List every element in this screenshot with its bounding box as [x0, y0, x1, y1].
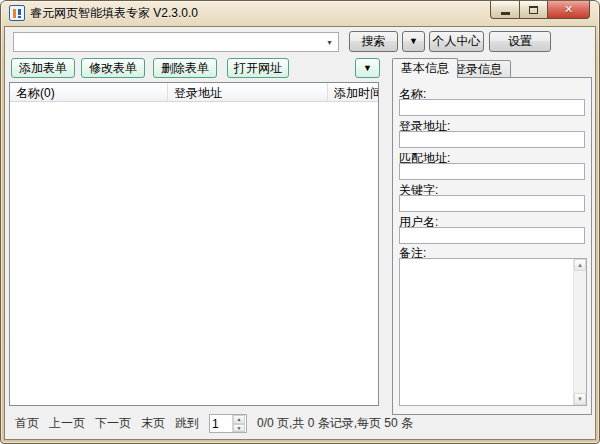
- column-header-add-time[interactable]: 添加时间: [328, 83, 378, 101]
- remarks-textarea[interactable]: ▲ ▼: [399, 258, 587, 406]
- pager-bar: 首页 上一页 下一页 末页 跳到 ▲ ▼ 0/0 页,共 0 条记录,每页 50…: [15, 414, 413, 433]
- spinner-down-icon[interactable]: ▼: [233, 424, 245, 433]
- basic-info-panel: 名称: 登录地址: 匹配地址: 关键字: 用户名: 备注: ▲ ▼: [392, 77, 592, 415]
- app-icon-orange-bar: [13, 9, 16, 18]
- match-url-input[interactable]: [399, 163, 585, 180]
- form-list-header: 名称(0) 登录地址 添加时间: [10, 83, 378, 102]
- username-input[interactable]: [399, 227, 585, 244]
- page-number-spinner[interactable]: ▲ ▼: [209, 414, 247, 433]
- dropdown-icon: ▼: [409, 37, 418, 46]
- delete-form-button[interactable]: 删除表单: [153, 58, 217, 78]
- scroll-down-icon[interactable]: ▼: [574, 393, 586, 405]
- tab-basic-info[interactable]: 基本信息: [392, 58, 458, 78]
- personal-center-button[interactable]: 个人中心: [429, 31, 484, 52]
- settings-button[interactable]: 设置: [489, 31, 551, 52]
- spinner-up-icon[interactable]: ▲: [233, 415, 245, 424]
- last-page-link[interactable]: 末页: [141, 415, 165, 432]
- keyword-input[interactable]: [399, 195, 585, 212]
- name-input[interactable]: [399, 99, 585, 116]
- minimize-button[interactable]: [490, 1, 519, 19]
- page-number-input[interactable]: [210, 415, 232, 432]
- scroll-up-icon[interactable]: ▲: [574, 259, 586, 271]
- form-more-button[interactable]: ▼: [355, 58, 380, 78]
- login-url-input[interactable]: [399, 131, 585, 148]
- app-icon: [9, 5, 25, 21]
- client-area: ▾ 搜索 ▼ 个人中心 设置 添加表单 修改表单 删除表单 打开网址 ▼ 名称(…: [4, 26, 596, 440]
- chevron-down-icon: ▾: [327, 38, 331, 47]
- close-icon: ✕: [564, 3, 573, 16]
- jump-to-label: 跳到: [175, 415, 199, 432]
- url-combobox[interactable]: ▾: [13, 32, 339, 52]
- app-icon-blue-dot: [18, 16, 21, 18]
- close-button[interactable]: ✕: [548, 1, 590, 19]
- window-title: 睿元网页智能填表专家 V2.3.0.0: [30, 5, 198, 22]
- remarks-scrollbar[interactable]: ▲ ▼: [573, 259, 586, 405]
- minimize-icon: [501, 12, 510, 15]
- add-form-button[interactable]: 添加表单: [11, 58, 75, 78]
- form-list-body[interactable]: [10, 102, 378, 405]
- open-url-button[interactable]: 打开网址: [227, 58, 289, 78]
- column-header-login-url[interactable]: 登录地址: [168, 83, 328, 101]
- next-page-link[interactable]: 下一页: [95, 415, 131, 432]
- maximize-icon: [529, 6, 538, 14]
- dropdown-icon: ▼: [363, 64, 372, 73]
- modify-form-button[interactable]: 修改表单: [81, 58, 145, 78]
- combo-dropdown-button[interactable]: ▾: [321, 33, 338, 51]
- form-list: 名称(0) 登录地址 添加时间: [9, 82, 379, 406]
- maximize-button[interactable]: [519, 1, 548, 19]
- spinner-buttons: ▲ ▼: [232, 415, 245, 432]
- search-button[interactable]: 搜索: [349, 31, 398, 52]
- search-dropdown-button[interactable]: ▼: [402, 31, 425, 52]
- url-input[interactable]: [14, 33, 321, 51]
- window-controls: ✕: [490, 1, 590, 19]
- remarks-text[interactable]: [400, 259, 573, 405]
- app-icon-blue-bar: [18, 9, 21, 15]
- column-header-name[interactable]: 名称(0): [10, 83, 168, 101]
- first-page-link[interactable]: 首页: [15, 415, 39, 432]
- prev-page-link[interactable]: 上一页: [49, 415, 85, 432]
- app-window: 睿元网页智能填表专家 V2.3.0.0 ✕ ▾ 搜索 ▼ 个人中心 设置 添加表…: [0, 0, 600, 444]
- record-summary: 0/0 页,共 0 条记录,每页 50 条: [257, 415, 413, 432]
